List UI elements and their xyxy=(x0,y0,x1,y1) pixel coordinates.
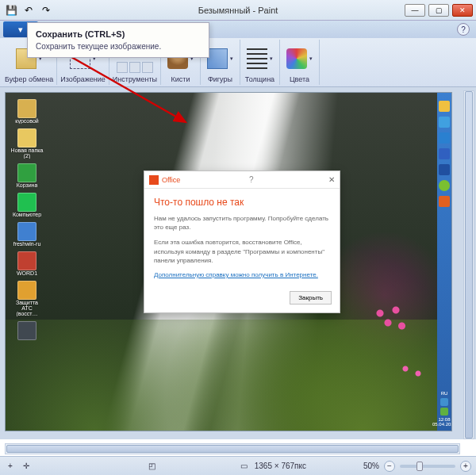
zoom-icon[interactable] xyxy=(142,62,153,73)
taskbar-icon[interactable] xyxy=(439,164,450,175)
shapes-label: Фигуры xyxy=(208,75,232,83)
vertical-scroll-thumb[interactable] xyxy=(465,91,473,439)
office-error-dialog: Office ? ✕ Что-то пошло не так Нам не уд… xyxy=(144,170,340,313)
desktop-icon[interactable]: Новая папка (2) xyxy=(10,128,44,159)
picker-icon[interactable] xyxy=(129,62,140,73)
shapes-icon xyxy=(207,48,228,69)
canvas-area: курсовой Новая папка (2) Корзина Компьют… xyxy=(0,87,476,439)
colors-icon xyxy=(286,48,307,69)
qat-save-button[interactable]: 💾 xyxy=(3,2,19,18)
selection-size-icon: ◰ xyxy=(147,461,158,472)
close-button[interactable]: ✕ xyxy=(452,4,473,17)
taskbar-icon[interactable] xyxy=(439,117,450,128)
desktop-icon[interactable]: Корзина xyxy=(10,163,44,188)
zoom-in-button[interactable]: + xyxy=(460,461,471,472)
tray-icon[interactable] xyxy=(440,398,448,406)
dialog-text-2: Если эта ошибка повторится, восстановите… xyxy=(154,238,330,265)
window-controls: — ▢ ✕ xyxy=(405,4,476,17)
taskbar-lang[interactable]: RU xyxy=(441,391,448,396)
canvas-dimensions: 1365 × 767пкс xyxy=(255,462,306,470)
desktop-icon[interactable]: Компьютер xyxy=(10,193,44,217)
desktop-icons: курсовой Новая папка (2) Корзина Компьют… xyxy=(10,99,44,340)
desktop-icon[interactable]: freshwin-ru xyxy=(10,222,44,247)
status-plus-icon[interactable]: + xyxy=(5,461,16,472)
titlebar: 💾 ↶ ↷ Безымянный - Paint — ▢ ✕ xyxy=(0,0,476,21)
colors-label: Цвета xyxy=(290,75,309,83)
taskbar-clock[interactable]: 12:0805.04.2013 xyxy=(432,417,452,427)
dialog-help-icon[interactable]: ? xyxy=(249,175,254,184)
dialog-heading: Что-то пошло не так xyxy=(154,197,330,208)
status-bar: + ✛ ◰ ▭ 1365 × 767пкс 50% − + xyxy=(0,456,476,475)
desktop-icon[interactable] xyxy=(10,321,44,340)
horizontal-scroll-thumb[interactable] xyxy=(6,445,459,453)
zoom-slider[interactable] xyxy=(400,465,455,468)
quick-access-toolbar: 💾 ↶ ↷ xyxy=(0,1,57,20)
tools-label: Инструменты xyxy=(113,75,157,83)
dialog-titlebar[interactable]: Office ? ✕ xyxy=(144,171,340,189)
eraser-icon[interactable] xyxy=(117,62,128,73)
canvas-dims-icon: ▭ xyxy=(239,461,250,472)
desktop-icon[interactable]: Защитта ATC (восст… xyxy=(10,281,44,316)
dialog-close-button[interactable]: Закрыть xyxy=(290,291,332,305)
maximize-button[interactable]: ▢ xyxy=(428,4,449,17)
dialog-help-link[interactable]: Дополнительную справку можно получить в … xyxy=(154,271,330,278)
group-size[interactable]: ▾ Толщина xyxy=(240,40,280,85)
cursor-pos-icon: ✛ xyxy=(21,461,32,472)
image-label: Изображение xyxy=(60,75,106,83)
desktop-icon[interactable]: курсовой xyxy=(10,99,44,124)
dialog-brand: Office xyxy=(162,176,180,184)
group-colors[interactable]: ▾ Цвета xyxy=(280,40,320,85)
taskbar-icon[interactable] xyxy=(439,132,450,144)
clipboard-label: Буфер обмена xyxy=(5,75,53,83)
taskbar-icon[interactable] xyxy=(439,101,450,112)
horizontal-scrollbar[interactable] xyxy=(5,443,460,454)
vertical-scrollbar[interactable] xyxy=(463,90,474,439)
right-taskbar: RU 12:0805.04.2013 xyxy=(437,93,451,431)
size-label: Толщина xyxy=(245,75,274,83)
brushes-label: Кисти xyxy=(171,75,190,83)
size-icon xyxy=(247,48,267,69)
taskbar-icon[interactable] xyxy=(439,180,450,191)
save-tooltip: Сохранить (CTRL+S) Сохранить текущее изо… xyxy=(27,22,209,58)
help-button[interactable]: ? xyxy=(457,23,470,36)
tooltip-body: Сохранить текущее изображение. xyxy=(36,42,201,51)
minimize-button[interactable]: — xyxy=(405,4,425,17)
qat-redo-button[interactable]: ↷ xyxy=(38,2,54,18)
qat-undo-button[interactable]: ↶ xyxy=(21,2,36,18)
zoom-slider-thumb[interactable] xyxy=(416,462,423,471)
taskbar-icon[interactable] xyxy=(439,196,450,207)
taskbar-icon[interactable] xyxy=(439,148,450,159)
zoom-out-button[interactable]: − xyxy=(384,461,395,472)
desktop-icon[interactable]: WORD1 xyxy=(10,251,44,276)
window-title: Безымянный - Paint xyxy=(198,6,278,15)
zoom-level: 50% xyxy=(363,462,379,470)
tray-icon[interactable] xyxy=(440,408,448,416)
office-logo-icon xyxy=(149,175,159,185)
dialog-text-1: Нам не удалось запустить программу. Попр… xyxy=(154,214,330,232)
tooltip-title: Сохранить (CTRL+S) xyxy=(36,29,201,39)
dialog-close-icon[interactable]: ✕ xyxy=(328,175,335,184)
paint-canvas[interactable]: курсовой Новая папка (2) Корзина Компьют… xyxy=(5,92,452,431)
